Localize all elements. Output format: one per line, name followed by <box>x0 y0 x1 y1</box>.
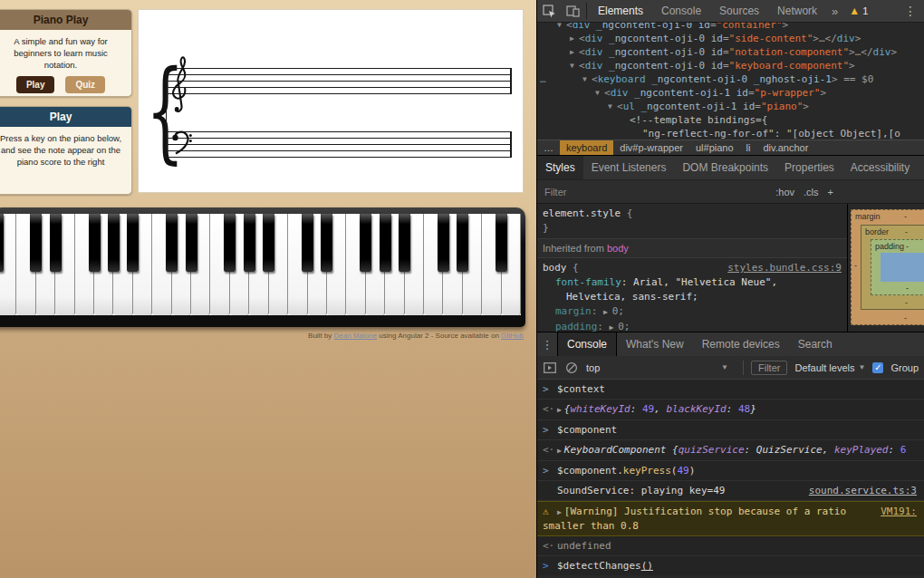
console-message-command[interactable]: >$context <box>537 380 924 400</box>
drawer-menu-icon[interactable]: ⋮ <box>537 332 557 356</box>
sidebar-tab-an[interactable]: An <box>918 156 924 179</box>
piano-black-key[interactable] <box>321 214 332 272</box>
source-location-link[interactable]: VM191: <box>881 505 917 518</box>
play-button[interactable]: Play <box>16 76 55 93</box>
dom-tree-row[interactable]: ▼<div _ngcontent-oji-0 id="keyboard-comp… <box>537 59 924 72</box>
dom-tree-row[interactable]: ▶<div _ngcontent-oji-0 id="side-content"… <box>537 32 924 45</box>
console-message-log[interactable]: SoundService: playing key=49sound.servic… <box>537 481 924 501</box>
sidebar-tab-accessibility[interactable]: Accessibility <box>842 156 918 179</box>
breadcrumb-item[interactable]: ul#piano <box>689 140 740 155</box>
drawer-tab-search[interactable]: Search <box>789 332 842 356</box>
console-message-input[interactable]: >$detectChanges() <box>537 556 924 575</box>
group-similar-checkbox[interactable]: ✓ <box>872 362 883 373</box>
piano-black-key[interactable] <box>360 214 371 272</box>
piano-black-key[interactable] <box>30 214 42 272</box>
piano-black-key[interactable] <box>263 214 274 272</box>
piano-black-key[interactable] <box>496 214 507 272</box>
expand-arrow-icon[interactable]: ▶ <box>570 45 579 59</box>
piano-black-key[interactable] <box>302 214 313 272</box>
piano-black-key[interactable] <box>457 214 468 272</box>
breadcrumb-item[interactable]: keyboard <box>560 140 613 155</box>
expand-arrow-icon[interactable]: ▶ <box>570 32 579 45</box>
piano-black-key[interactable] <box>127 214 139 272</box>
css-property[interactable]: font-family: Arial, "Helvetica Neue", <box>543 275 842 290</box>
device-toolbar-icon[interactable] <box>561 0 584 23</box>
devtools-tab-network[interactable]: Network <box>768 0 826 23</box>
console-message-result[interactable]: <·▶{whiteKeyId: 49, blackKeyId: 48} <box>537 400 924 420</box>
piano-black-key[interactable] <box>399 214 410 272</box>
breadcrumb-item[interactable]: div.anchor <box>756 140 814 155</box>
box-model-padding[interactable]: padding - - auto × auto <box>871 239 924 295</box>
piano-black-key[interactable] <box>108 214 120 272</box>
expand-arrow-icon[interactable]: ▼ <box>608 100 617 113</box>
warning-badge[interactable]: ▲ 1 <box>843 5 873 17</box>
dom-tree-row[interactable]: ▼<div _ngcontent-oji-0 id="container"> <box>537 23 924 32</box>
console-message-command[interactable]: >$component <box>537 420 924 440</box>
box-model-border[interactable]: border - - padding - - auto × auto <box>861 225 924 310</box>
devtools-tab-console[interactable]: Console <box>652 0 710 23</box>
dom-tree-row[interactable]: ▼<ul _ngcontent-oji-1 id="piano"> <box>537 100 924 113</box>
source-location-link[interactable]: sound.service.ts:3 <box>809 484 917 497</box>
new-style-rule-button[interactable]: + <box>828 187 833 197</box>
body-css-rule[interactable]: body { styles.bundle.css:9 font-family: … <box>537 258 847 332</box>
console-message-result-quiet[interactable]: <·undefined <box>537 536 924 556</box>
expand-arrow-icon[interactable]: ▼ <box>595 86 604 100</box>
sidebar-tab-properties[interactable]: Properties <box>776 156 842 179</box>
dom-tree-row[interactable]: "ng-reflect-ng-for-of": "[object Object]… <box>537 127 924 140</box>
breadcrumb-item[interactable]: … <box>537 140 560 155</box>
piano-black-key[interactable] <box>89 214 101 272</box>
expand-arrow-icon[interactable]: ▶ <box>557 508 562 516</box>
dom-tree-row[interactable]: <!--template bindings={ <box>537 113 924 127</box>
box-model-content[interactable]: auto × auto <box>881 253 924 282</box>
dom-tree-row[interactable]: ▼<div _ngcontent-oji-1 id="p-wrapper"> <box>537 86 924 100</box>
drawer-tab-remote-devices[interactable]: Remote devices <box>693 332 789 356</box>
inspect-element-icon[interactable] <box>537 0 561 23</box>
console-message-result[interactable]: <·▶KeyboardComponent {quizService: QuizS… <box>537 440 924 461</box>
drawer-tab-what-s-new[interactable]: What's New <box>617 332 693 356</box>
expand-arrow-icon[interactable]: ▼ <box>557 23 566 32</box>
sidebar-tab-dom-breakpoints[interactable]: DOM Breakpoints <box>674 156 776 179</box>
quiz-button[interactable]: Quiz <box>65 76 105 93</box>
sidebar-tab-event-listeners[interactable]: Event Listeners <box>583 156 675 179</box>
console-filter-input[interactable]: Filter <box>751 361 787 375</box>
console-message-warning[interactable]: ⚠▶[Warning] Justification stop because o… <box>537 501 924 536</box>
dom-tree-row[interactable]: …▼<keyboard _ngcontent-oji-0 _nghost-oji… <box>537 72 924 86</box>
piano-black-key[interactable] <box>50 214 62 272</box>
stylesheet-link[interactable]: styles.bundle.css:9 <box>727 261 842 275</box>
piano-black-key[interactable] <box>224 214 236 272</box>
clear-console-icon[interactable] <box>564 361 579 375</box>
hover-state-button[interactable]: :hov <box>775 187 794 197</box>
devtools-menu-icon[interactable]: ⋮ <box>897 4 924 18</box>
github-link[interactable]: GitHub <box>501 332 524 340</box>
element-style-rule[interactable]: element.style { } <box>537 204 847 239</box>
class-toggle-button[interactable]: .cls <box>804 187 819 197</box>
inherited-body-link[interactable]: body <box>607 243 629 254</box>
piano-black-key[interactable] <box>166 214 178 272</box>
drawer-tab-console[interactable]: Console <box>557 332 617 356</box>
console-context-selector[interactable]: top ▼ <box>586 362 736 373</box>
styles-filter-input[interactable]: Filter <box>544 187 566 197</box>
devtools-tab-sources[interactable]: Sources <box>710 0 768 23</box>
expand-arrow-icon[interactable]: ▼ <box>570 59 579 72</box>
expand-arrow-icon[interactable]: ▶ <box>557 447 562 455</box>
css-property[interactable]: margin: ▶ 0; <box>543 304 842 320</box>
expand-arrow-icon[interactable]: ▶ <box>557 406 562 414</box>
sidebar-tab-styles[interactable]: Styles <box>537 156 583 179</box>
breadcrumb-item[interactable]: li <box>740 140 757 155</box>
author-link[interactable]: Dean Malone <box>334 332 378 340</box>
console-sidebar-icon[interactable] <box>543 361 557 375</box>
breadcrumb-item[interactable]: div#p-wrapper <box>613 140 689 155</box>
piano-black-key[interactable] <box>244 214 255 272</box>
console-message-command[interactable]: >$component.keyPress(49) <box>537 461 924 481</box>
piano-black-key[interactable] <box>186 214 197 272</box>
css-property[interactable]: padding: ▶ 0; <box>543 320 842 332</box>
box-model-margin[interactable]: margin - - - border - - padding - - a <box>851 209 924 325</box>
more-tabs-icon[interactable]: » <box>826 5 843 18</box>
devtools-tab-elements[interactable]: Elements <box>589 0 652 23</box>
piano-black-key[interactable] <box>0 214 4 272</box>
expand-arrow-icon[interactable]: ▼ <box>582 72 592 86</box>
piano-black-key[interactable] <box>380 214 391 272</box>
log-levels-dropdown[interactable]: Default levels ▼ <box>794 362 865 373</box>
dom-tree-row[interactable]: ▶<div _ngcontent-oji-0 id="notation-comp… <box>537 45 924 59</box>
piano-black-key[interactable] <box>438 214 449 272</box>
